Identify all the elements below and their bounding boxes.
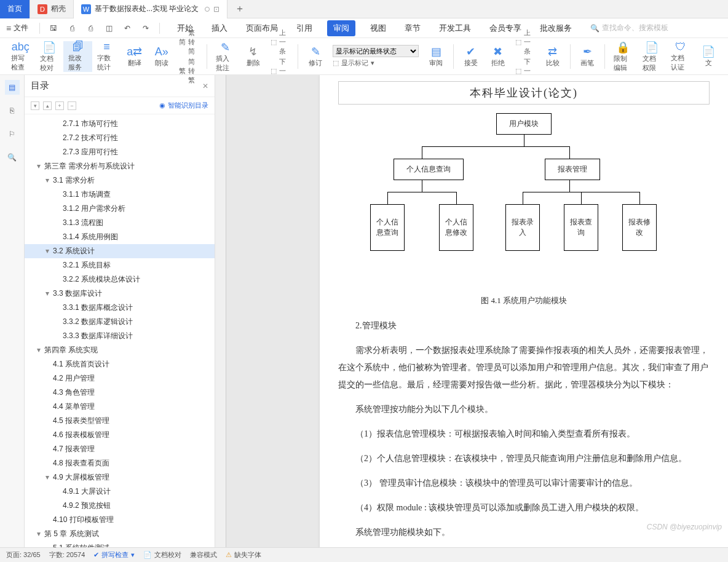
toc-item[interactable]: ▾3.1 需求分析	[25, 173, 215, 188]
toc-item[interactable]: ▾3.3 数据库设计	[25, 287, 215, 301]
rail-bookmark-button[interactable]: ⚐	[5, 127, 20, 141]
toc-item[interactable]: 3.3.2 数据库逻辑设计	[25, 315, 215, 329]
toc-item[interactable]: 3.2.2 系统模块总体设计	[25, 272, 215, 287]
toc-item[interactable]: 3.3.1 数据库概念设计	[25, 301, 215, 315]
toc-item[interactable]: 3.1.3 流程图	[25, 216, 215, 230]
toc-item[interactable]: 4.3 角色管理	[25, 386, 215, 400]
save-icon[interactable]: 🖫	[46, 21, 61, 36]
toc-item[interactable]: 4.8 报表查看页面	[25, 456, 215, 470]
toc-collapse-toggle[interactable]: ▾	[31, 101, 39, 110]
rail-outline-button[interactable]: ▤	[5, 80, 20, 95]
chevron-down-icon: ▾	[37, 162, 43, 170]
status-words[interactable]: 字数: 20574	[49, 550, 85, 560]
toc-item-label: 3.1.2 用户需求分析	[63, 204, 125, 213]
print-icon[interactable]: ⎙	[83, 21, 98, 36]
toc-item[interactable]: 3.3.3 数据库详细设计	[25, 329, 215, 343]
toc-item[interactable]: 3.1.4 系统用例图	[25, 230, 215, 244]
menu-insert[interactable]: 插入	[208, 20, 231, 36]
review-pane-button[interactable]: ▤审阅	[422, 41, 449, 72]
saveas-icon[interactable]: ⎙	[65, 21, 79, 36]
display-mode-select[interactable]: 显示标记的最终状态	[333, 45, 419, 57]
tab-view-icon[interactable]: ⊡	[213, 5, 220, 14]
display-marks-button[interactable]: ⬚ 显示标记 ▾	[333, 58, 419, 68]
toc-remove-button[interactable]: −	[68, 101, 76, 110]
toc-item[interactable]: 3.1.2 用户需求分析	[25, 202, 215, 216]
spellcheck-button[interactable]: abç拼写检查	[6, 41, 35, 72]
toc-item-label: 3.3.1 数据库概念设计	[63, 303, 133, 312]
doc-enc-button[interactable]: 📄文	[695, 41, 722, 72]
prev-comment-button[interactable]: ⬚ 上一条	[271, 28, 291, 56]
status-spell[interactable]: ✔拼写检查 ▾	[93, 550, 135, 560]
toc-item[interactable]: ▾第四章 系统实现	[25, 343, 215, 357]
tab-home[interactable]: 首页	[0, 0, 30, 18]
pen-button[interactable]: ✒画笔	[574, 41, 601, 72]
document-canvas[interactable]: 本科毕业设计(论文) 用户模块 个人信息查询 报表管理	[215, 75, 728, 547]
status-missing-font[interactable]: ⚠缺失字体	[226, 550, 261, 560]
compare-button[interactable]: ⇄比较	[539, 41, 566, 72]
rail-thumbnail-button[interactable]: ⎘	[5, 103, 20, 118]
toc-smart-recognize[interactable]: ◉智能识别目录	[159, 101, 208, 110]
toc-item[interactable]: 4.6 报表模板管理	[25, 428, 215, 442]
tab-daoke[interactable]: D稻壳	[30, 0, 74, 18]
trad-to-simp-button[interactable]: 简繁转简	[179, 28, 199, 56]
preview-icon[interactable]: ◫	[101, 21, 116, 36]
reject-button[interactable]: ✖拒绝	[485, 41, 512, 72]
menu-review[interactable]: 审阅	[327, 20, 355, 36]
delete-comment-button[interactable]: ↯删除	[240, 41, 267, 72]
toc-item[interactable]: 4.4 菜单管理	[25, 400, 215, 414]
status-page[interactable]: 页面: 32/65	[6, 550, 41, 560]
toc-item[interactable]: ▾4.9 大屏模板管理	[25, 470, 215, 485]
track-changes-button[interactable]: ✎修订	[302, 41, 329, 72]
toc-item-label: 第三章 需求分析与系统设计	[44, 162, 135, 170]
menu-batch[interactable]: 批改服务	[536, 20, 576, 36]
toc-item[interactable]: 5.1 系统软件测试	[25, 541, 215, 547]
toc-item[interactable]: 4.5 报表类型管理	[25, 414, 215, 428]
toc-item[interactable]: 2.7.2 技术可行性	[25, 131, 215, 145]
document-proof-button[interactable]: 📄文档校对	[35, 41, 64, 72]
wordcount-button[interactable]: ≡字数统计	[92, 41, 121, 72]
toc-item[interactable]: 4.10 打印模板管理	[25, 513, 215, 527]
toc-item[interactable]: 4.9.1 大屏设计	[25, 485, 215, 499]
menu-devtools[interactable]: 开发工具	[435, 20, 475, 36]
toc-close-button[interactable]: ✕	[202, 82, 208, 90]
toc-item[interactable]: ▾第 5 章 系统测试	[25, 527, 215, 541]
accept-button[interactable]: ✔接受	[457, 41, 485, 72]
status-proof[interactable]: 📄文档校对	[143, 550, 181, 560]
file-menu[interactable]: ≡文件	[6, 23, 28, 33]
toc-show-toggle[interactable]: ▴	[43, 101, 52, 110]
insert-comment-button[interactable]: ✎插入批注	[211, 41, 240, 72]
toc-add-button[interactable]: +	[55, 101, 64, 110]
toc-item[interactable]: 2.7.3 应用可行性	[25, 145, 215, 159]
prev-change-button[interactable]: ⬚ 上一条	[515, 28, 536, 56]
doc-cert-button[interactable]: 🛡文档认证	[666, 41, 695, 72]
readaloud-button[interactable]: A»朗读	[148, 41, 175, 72]
toc-item[interactable]: ▾第三章 需求分析与系统设计	[25, 159, 215, 173]
divider	[207, 44, 207, 69]
translate-button[interactable]: a⇄翻译	[121, 41, 148, 72]
redo-icon[interactable]: ↷	[138, 21, 153, 36]
pen-label: 画笔	[580, 58, 594, 68]
translate-label: 翻译	[128, 58, 141, 68]
rail-search-button[interactable]: 🔍	[5, 150, 20, 165]
new-tab-button[interactable]: ＋	[228, 2, 252, 15]
tab-document[interactable]: W 基于数据报表处...实现 毕业论文 ⊡	[74, 0, 228, 18]
status-compat[interactable]: 兼容模式	[190, 550, 217, 560]
toc-item[interactable]: 4.1 系统首页设计	[25, 357, 215, 371]
toc-item[interactable]: 4.9.2 预览按钮	[25, 499, 215, 513]
undo-icon[interactable]: ↶	[120, 21, 135, 36]
toc-item[interactable]: 3.2.1 系统目标	[25, 258, 215, 272]
comment-icon: ✎	[221, 41, 230, 54]
toc-item[interactable]: 4.2 用户管理	[25, 371, 215, 386]
command-search[interactable]: 🔍 查找命令、搜索模板	[590, 23, 668, 33]
toc-item[interactable]: 3.1.1 市场调查	[25, 188, 215, 202]
toc-item[interactable]: ▾3.2 系统设计	[25, 244, 215, 258]
toc-item[interactable]: 4.7 报表管理	[25, 442, 215, 456]
menu-chapter[interactable]: 章节	[401, 20, 424, 36]
menu-view[interactable]: 视图	[366, 20, 390, 36]
menu-reference[interactable]: 引用	[293, 20, 316, 36]
toc-item[interactable]: 2.7.1 市场可行性	[25, 117, 215, 131]
toc-item-label: 3.3 数据库设计	[53, 289, 102, 298]
batch-service-button[interactable]: 🗐批改服务	[63, 41, 92, 72]
doc-perm-button[interactable]: 📄文档权限	[638, 41, 667, 72]
restrict-edit-button[interactable]: 🔒限制编辑	[609, 41, 638, 72]
